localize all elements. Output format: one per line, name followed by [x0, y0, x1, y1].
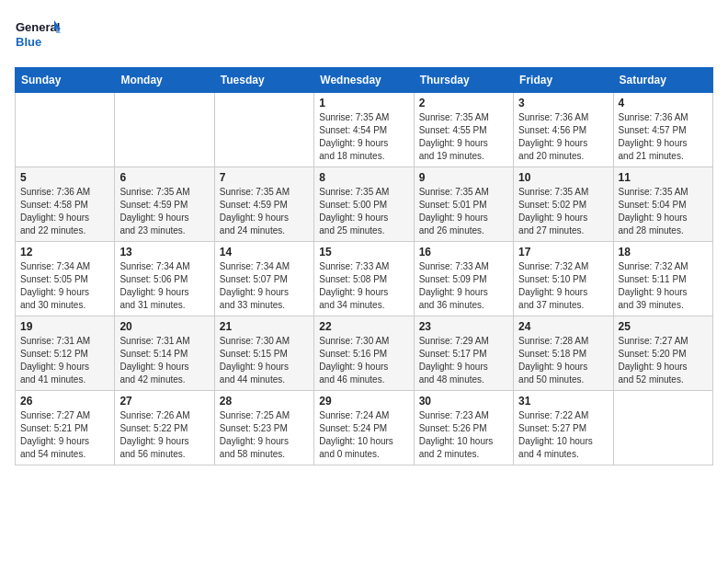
day-number: 12: [20, 246, 109, 259]
calendar-cell: 25Sunrise: 7:27 AMSunset: 5:20 PMDayligh…: [613, 316, 712, 391]
calendar-cell: 31Sunrise: 7:22 AMSunset: 5:27 PMDayligh…: [514, 391, 613, 465]
day-number: 6: [119, 171, 209, 184]
day-number: 17: [518, 246, 608, 259]
day-number: 18: [619, 246, 708, 259]
day-info: Sunrise: 7:35 AMSunset: 4:59 PMDaylight:…: [119, 186, 209, 237]
day-info: Sunrise: 7:36 AMSunset: 4:56 PMDaylight:…: [518, 111, 608, 163]
calendar-cell: [214, 93, 313, 167]
day-info: Sunrise: 7:24 AMSunset: 5:24 PMDaylight:…: [319, 409, 408, 461]
day-number: 1: [319, 97, 408, 109]
day-number: 31: [518, 395, 608, 408]
day-info: Sunrise: 7:22 AMSunset: 5:27 PMDaylight:…: [518, 409, 608, 461]
calendar-cell: 20Sunrise: 7:31 AMSunset: 5:14 PMDayligh…: [115, 316, 214, 391]
calendar-cell: 28Sunrise: 7:25 AMSunset: 5:23 PMDayligh…: [214, 391, 313, 465]
day-number: 22: [319, 320, 408, 333]
week-row-3: 12Sunrise: 7:34 AMSunset: 5:05 PMDayligh…: [16, 242, 713, 316]
calendar-table: SundayMondayTuesdayWednesdayThursdayFrid…: [15, 67, 713, 465]
day-number: 2: [419, 97, 508, 109]
day-info: Sunrise: 7:23 AMSunset: 5:26 PMDaylight:…: [419, 409, 508, 461]
day-info: Sunrise: 7:35 AMSunset: 5:01 PMDaylight:…: [419, 186, 508, 237]
day-info: Sunrise: 7:25 AMSunset: 5:23 PMDaylight:…: [220, 409, 309, 461]
day-number: 25: [619, 320, 708, 333]
calendar-cell: 27Sunrise: 7:26 AMSunset: 5:22 PMDayligh…: [115, 391, 214, 465]
calendar-cell: 13Sunrise: 7:34 AMSunset: 5:06 PMDayligh…: [115, 242, 214, 316]
calendar-cell: 17Sunrise: 7:32 AMSunset: 5:10 PMDayligh…: [514, 242, 613, 316]
logo-svg: General Blue: [15, 15, 61, 56]
logo: General Blue: [15, 15, 61, 56]
day-info: Sunrise: 7:30 AMSunset: 5:15 PMDaylight:…: [220, 335, 309, 386]
day-number: 15: [319, 246, 408, 259]
day-number: 21: [220, 320, 309, 333]
col-header-monday: Monday: [115, 68, 214, 93]
day-number: 14: [220, 246, 309, 259]
col-header-wednesday: Wednesday: [314, 68, 414, 93]
calendar-cell: [115, 93, 214, 167]
day-number: 19: [20, 320, 109, 333]
day-info: Sunrise: 7:35 AMSunset: 4:54 PMDaylight:…: [319, 111, 408, 163]
day-info: Sunrise: 7:26 AMSunset: 5:22 PMDaylight:…: [119, 409, 209, 461]
day-info: Sunrise: 7:28 AMSunset: 5:18 PMDaylight:…: [518, 335, 608, 386]
day-info: Sunrise: 7:31 AMSunset: 5:14 PMDaylight:…: [119, 335, 209, 386]
day-number: 5: [20, 171, 109, 184]
calendar-cell: 14Sunrise: 7:34 AMSunset: 5:07 PMDayligh…: [214, 242, 313, 316]
day-number: 7: [220, 171, 309, 184]
day-number: 30: [419, 395, 508, 408]
day-number: 11: [619, 171, 708, 184]
col-header-thursday: Thursday: [414, 68, 513, 93]
day-number: 28: [220, 395, 309, 408]
calendar-cell: [16, 93, 115, 167]
week-row-1: 1Sunrise: 7:35 AMSunset: 4:54 PMDaylight…: [16, 93, 713, 167]
day-info: Sunrise: 7:35 AMSunset: 4:55 PMDaylight:…: [419, 111, 508, 163]
day-info: Sunrise: 7:29 AMSunset: 5:17 PMDaylight:…: [419, 335, 508, 386]
day-info: Sunrise: 7:31 AMSunset: 5:12 PMDaylight:…: [20, 335, 109, 386]
page-header: General Blue: [15, 15, 713, 56]
day-number: 9: [419, 171, 508, 184]
svg-text:Blue: Blue: [16, 35, 41, 49]
calendar-cell: 22Sunrise: 7:30 AMSunset: 5:16 PMDayligh…: [314, 316, 414, 391]
day-number: 16: [419, 246, 508, 259]
calendar-cell: 11Sunrise: 7:35 AMSunset: 5:04 PMDayligh…: [613, 167, 712, 242]
calendar-cell: 9Sunrise: 7:35 AMSunset: 5:01 PMDaylight…: [414, 167, 513, 242]
col-header-tuesday: Tuesday: [214, 68, 313, 93]
day-number: 13: [119, 246, 209, 259]
calendar-cell: 12Sunrise: 7:34 AMSunset: 5:05 PMDayligh…: [16, 242, 115, 316]
day-info: Sunrise: 7:34 AMSunset: 5:06 PMDaylight:…: [119, 260, 209, 312]
calendar-cell: 23Sunrise: 7:29 AMSunset: 5:17 PMDayligh…: [414, 316, 513, 391]
day-info: Sunrise: 7:35 AMSunset: 5:00 PMDaylight:…: [319, 186, 408, 237]
day-info: Sunrise: 7:30 AMSunset: 5:16 PMDaylight:…: [319, 335, 408, 386]
day-number: 4: [619, 97, 708, 109]
calendar-cell: 3Sunrise: 7:36 AMSunset: 4:56 PMDaylight…: [514, 93, 613, 167]
day-info: Sunrise: 7:34 AMSunset: 5:05 PMDaylight:…: [20, 260, 109, 312]
calendar-cell: 24Sunrise: 7:28 AMSunset: 5:18 PMDayligh…: [514, 316, 613, 391]
calendar-cell: 10Sunrise: 7:35 AMSunset: 5:02 PMDayligh…: [514, 167, 613, 242]
week-row-2: 5Sunrise: 7:36 AMSunset: 4:58 PMDaylight…: [16, 167, 713, 242]
day-info: Sunrise: 7:27 AMSunset: 5:20 PMDaylight:…: [619, 335, 708, 386]
calendar-cell: 26Sunrise: 7:27 AMSunset: 5:21 PMDayligh…: [16, 391, 115, 465]
day-number: 23: [419, 320, 508, 333]
day-info: Sunrise: 7:33 AMSunset: 5:09 PMDaylight:…: [419, 260, 508, 312]
day-info: Sunrise: 7:36 AMSunset: 4:57 PMDaylight:…: [619, 111, 708, 163]
header-row: SundayMondayTuesdayWednesdayThursdayFrid…: [16, 68, 713, 93]
day-number: 20: [119, 320, 209, 333]
calendar-cell: 18Sunrise: 7:32 AMSunset: 5:11 PMDayligh…: [613, 242, 712, 316]
day-info: Sunrise: 7:33 AMSunset: 5:08 PMDaylight:…: [319, 260, 408, 312]
day-number: 8: [319, 171, 408, 184]
day-info: Sunrise: 7:32 AMSunset: 5:11 PMDaylight:…: [619, 260, 708, 312]
calendar-cell: 6Sunrise: 7:35 AMSunset: 4:59 PMDaylight…: [115, 167, 214, 242]
day-info: Sunrise: 7:32 AMSunset: 5:10 PMDaylight:…: [518, 260, 608, 312]
calendar-cell: 7Sunrise: 7:35 AMSunset: 4:59 PMDaylight…: [214, 167, 313, 242]
day-info: Sunrise: 7:35 AMSunset: 5:04 PMDaylight:…: [619, 186, 708, 237]
calendar-cell: 8Sunrise: 7:35 AMSunset: 5:00 PMDaylight…: [314, 167, 414, 242]
day-info: Sunrise: 7:36 AMSunset: 4:58 PMDaylight:…: [20, 186, 109, 237]
day-number: 29: [319, 395, 408, 408]
svg-text:General: General: [16, 20, 60, 34]
calendar-cell: 19Sunrise: 7:31 AMSunset: 5:12 PMDayligh…: [16, 316, 115, 391]
col-header-friday: Friday: [514, 68, 613, 93]
calendar-cell: 2Sunrise: 7:35 AMSunset: 4:55 PMDaylight…: [414, 93, 513, 167]
day-info: Sunrise: 7:27 AMSunset: 5:21 PMDaylight:…: [20, 409, 109, 461]
calendar-cell: 21Sunrise: 7:30 AMSunset: 5:15 PMDayligh…: [214, 316, 313, 391]
calendar-cell: 5Sunrise: 7:36 AMSunset: 4:58 PMDaylight…: [16, 167, 115, 242]
day-info: Sunrise: 7:35 AMSunset: 5:02 PMDaylight:…: [518, 186, 608, 237]
week-row-5: 26Sunrise: 7:27 AMSunset: 5:21 PMDayligh…: [16, 391, 713, 465]
day-number: 3: [518, 97, 608, 109]
